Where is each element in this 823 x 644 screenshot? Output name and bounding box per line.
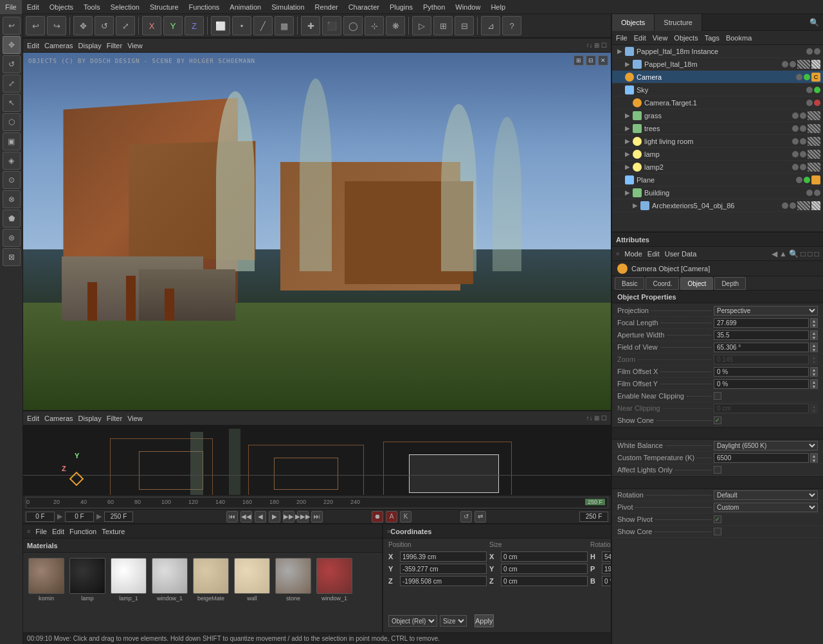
aperture-width-spinner[interactable]: ▲ ▼ — [810, 330, 818, 340]
vp-view[interactable]: View — [127, 42, 143, 49]
tb-rotate[interactable]: ↺ — [95, 16, 114, 35]
dot-vis-4[interactable] — [806, 100, 813, 106]
pb-next-key[interactable]: ▶▶▶ — [297, 511, 309, 523]
obj-lamp[interactable]: ▶ lamp — [612, 148, 823, 161]
tb-add-camera[interactable]: ⊹ — [365, 16, 384, 35]
focal-length-input[interactable] — [714, 318, 809, 328]
dot-render-8[interactable] — [800, 151, 806, 157]
p-rot-input[interactable] — [602, 564, 611, 574]
material-komin[interactable]: komin — [28, 558, 64, 602]
attr-tab-depth[interactable]: Depth — [714, 277, 746, 290]
vp-close[interactable]: ✕ — [598, 55, 608, 66]
tool-sculpt[interactable]: ⊛ — [3, 229, 21, 247]
obj-sky[interactable]: Sky — [612, 84, 823, 96]
custom-temp-input[interactable] — [714, 453, 809, 463]
viewport-canvas[interactable]: OBJECTS (C) BY DOSCH DESIGN - SCENE BY H… — [23, 53, 611, 410]
timeline-ruler[interactable]: 0 20 40 60 80 100 120 140 160 180 200 22… — [26, 497, 608, 508]
tb-add-cube[interactable]: ⬛ — [322, 16, 341, 35]
menu-structure[interactable]: Structure — [145, 0, 184, 14]
vp-cameras[interactable]: Cameras — [44, 42, 73, 49]
attr-tab-basic[interactable]: Basic — [615, 277, 644, 290]
fov-input[interactable] — [714, 343, 809, 352]
tool-paint[interactable]: ⬟ — [3, 210, 21, 228]
obj-menu-bookma[interactable]: Bookma — [726, 34, 752, 42]
obj-pappel[interactable]: ▶ Pappel_Ital_18m — [612, 58, 823, 71]
dot-render-4[interactable] — [814, 100, 820, 106]
attr-mode[interactable]: Mode — [624, 250, 642, 258]
tb-add-null[interactable]: ✚ — [301, 16, 320, 35]
focal-length-spinner[interactable]: ▲ ▼ — [810, 318, 818, 328]
x-size-input[interactable] — [501, 551, 588, 562]
tb-y-axis[interactable]: Y — [163, 16, 183, 35]
coord-mode-select[interactable]: Object (Rel) — [388, 615, 437, 627]
tb-move[interactable]: ✥ — [73, 16, 93, 35]
bvp-cameras[interactable]: Cameras — [44, 415, 73, 422]
material-window1-b[interactable]: window_1 — [316, 558, 352, 602]
film-offset-x-input[interactable] — [714, 367, 809, 377]
frame-end-input2[interactable] — [579, 512, 608, 522]
tab-objects[interactable]: Objects — [612, 14, 655, 31]
material-beigemate[interactable]: beigeMate — [193, 558, 229, 602]
tb-timeline[interactable]: ⊿ — [481, 16, 500, 35]
obj-grass[interactable]: ▶ grass — [612, 109, 823, 122]
show-core-checkbox[interactable] — [714, 528, 721, 535]
mat-function[interactable]: Function — [69, 528, 96, 535]
dot-vis-8[interactable] — [792, 151, 799, 157]
material-window1-a[interactable]: window_1 — [152, 558, 188, 602]
mat-file[interactable]: File — [35, 528, 47, 535]
dot-vis-12[interactable] — [782, 202, 788, 209]
attr-userdata[interactable]: User Data — [665, 250, 697, 258]
obj-archexteriors[interactable]: ▶ Archexteriors5_04_obj_86 — [612, 199, 823, 212]
obj-camera-target[interactable]: Camera.Target.1 — [612, 96, 823, 109]
pb-record[interactable]: ⏺ — [372, 511, 383, 523]
frame-end-input[interactable] — [104, 512, 133, 522]
tb-render-settings[interactable]: ⊞ — [433, 16, 453, 35]
tool-polygon[interactable]: ▣ — [3, 132, 21, 150]
obj-lamp2[interactable]: ▶ lamp2 — [612, 161, 823, 174]
menu-window[interactable]: Window — [450, 0, 485, 14]
pb-next-frame[interactable]: ▶▶ — [283, 511, 294, 523]
bvp-filter[interactable]: Filter — [107, 415, 122, 422]
frame-start-input[interactable] — [26, 512, 55, 522]
material-stone[interactable]: stone — [275, 558, 311, 602]
frame-current-input[interactable] — [65, 512, 94, 522]
tb-z-axis[interactable]: Z — [185, 16, 204, 35]
pb-autokey[interactable]: A — [386, 511, 397, 523]
pb-key-sel[interactable]: K — [400, 511, 412, 523]
pb-bounce[interactable]: ⇄ — [475, 511, 486, 523]
tb-undo[interactable]: ↩ — [26, 16, 45, 35]
pb-prev-frame[interactable]: ◀ — [255, 511, 266, 523]
projection-select[interactable]: Perspective — [714, 306, 818, 316]
zoom-input[interactable] — [714, 355, 809, 364]
dot-render-3[interactable] — [814, 87, 820, 93]
dot-render-1[interactable] — [790, 61, 796, 67]
dot-vis-6[interactable] — [792, 125, 799, 132]
film-offset-y-spinner[interactable]: ▲ ▼ — [810, 379, 818, 389]
pb-play[interactable]: ▶ — [269, 511, 280, 523]
tb-redo[interactable]: ↪ — [47, 16, 66, 35]
obj-menu-edit[interactable]: Edit — [634, 34, 646, 42]
y-size-input[interactable] — [501, 564, 588, 574]
menu-selection[interactable]: Selection — [105, 0, 145, 14]
dot-vis-11[interactable] — [806, 190, 813, 196]
bvp-view[interactable]: View — [127, 415, 143, 422]
fov-spinner[interactable]: ▲ ▼ — [810, 343, 818, 352]
show-pivot-checkbox[interactable]: ✓ — [714, 515, 721, 523]
tool-face[interactable]: ⊗ — [3, 190, 21, 208]
x-pos-input[interactable] — [400, 551, 487, 562]
vp-filter[interactable]: Filter — [107, 42, 122, 49]
vp-edit[interactable]: Edit — [27, 42, 39, 49]
dot-render-7[interactable] — [800, 138, 806, 145]
tb-edge-mode[interactable]: ╱ — [253, 16, 273, 35]
tool-move[interactable]: ✥ — [3, 36, 21, 54]
menu-python[interactable]: Python — [418, 0, 450, 14]
menu-simulation[interactable]: Simulation — [266, 0, 309, 14]
pb-last-frame[interactable]: ⏭ — [311, 511, 323, 523]
tool-scale[interactable]: ⤢ — [3, 75, 21, 93]
dot-vis-0[interactable] — [806, 48, 813, 55]
b-rot-input[interactable] — [602, 576, 611, 586]
dot-render-11[interactable] — [814, 190, 820, 196]
dot-vis-1[interactable] — [782, 61, 788, 67]
bottom-viewport[interactable]: Right — [23, 425, 611, 495]
dot-render-5[interactable] — [800, 112, 806, 119]
